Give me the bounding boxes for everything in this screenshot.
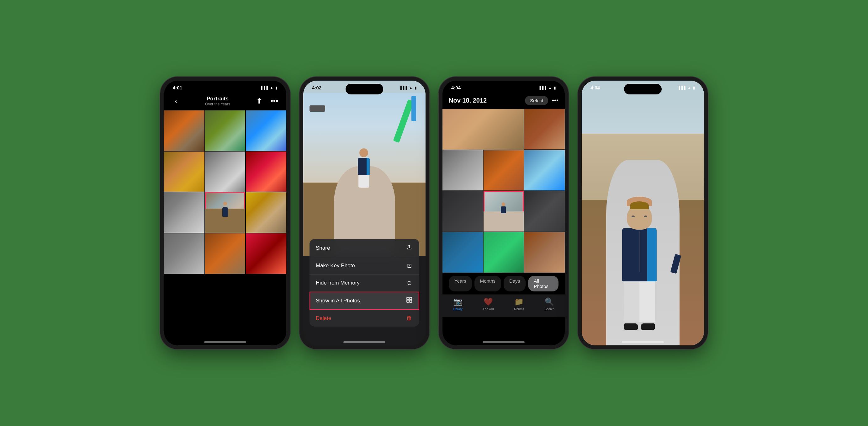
svg-rect-2 <box>407 300 409 302</box>
header-date: Nov 18, 2012 <box>449 97 487 104</box>
signal-icon: ▐▐▐ <box>399 86 407 90</box>
phone1-nav: ‹ Portraits Over the Years ⬆ ••• <box>164 93 286 111</box>
phones-container: 4:01 ▐▐▐ ▲ ▮ ‹ Portraits Over the Years … <box>154 70 714 356</box>
phone4-dynamic-island <box>624 84 662 94</box>
more-button[interactable]: ••• <box>269 95 280 106</box>
grid-cell-7[interactable] <box>164 192 205 233</box>
grid-cell-4[interactable] <box>164 152 205 192</box>
battery-icon: ▮ <box>275 86 278 90</box>
for-you-label: For You <box>483 307 494 311</box>
show-in-all-photos-label: Show in All Photos <box>316 298 360 304</box>
grid-cell-6[interactable] <box>246 152 286 192</box>
grid3-cell-4[interactable] <box>484 150 524 191</box>
phone3-time: 4:04 <box>451 85 461 90</box>
svg-rect-3 <box>409 300 412 302</box>
grid-cell-3[interactable] <box>246 111 286 151</box>
phone2-status-icons: ▐▐▐ ▲ ▮ <box>399 86 417 90</box>
tab-library[interactable]: 📷 Library <box>442 297 473 311</box>
grid-cell-8-highlighted[interactable] <box>205 192 246 233</box>
phone3-home-indicator <box>483 341 525 343</box>
phone1-home-indicator <box>204 341 246 343</box>
phone4-status-icons: ▐▐▐ ▲ ▮ <box>678 86 695 90</box>
filter-months[interactable]: Months <box>474 276 501 292</box>
grid-cell-11[interactable] <box>205 234 246 274</box>
signal-icon: ▐▐▐ <box>538 86 547 90</box>
key-photo-icon: ⊡ <box>405 262 413 269</box>
grid3-cell-10[interactable] <box>484 232 524 273</box>
battery-icon: ▮ <box>554 86 556 90</box>
wifi-icon: ▲ <box>409 86 413 90</box>
trash-icon: 🗑 <box>405 315 413 322</box>
wifi-icon: ▲ <box>687 86 691 90</box>
grid3-cell-6[interactable] <box>442 191 483 232</box>
phone4-photo[interactable] <box>582 81 704 345</box>
make-key-photo-item[interactable]: Make Key Photo ⊡ <box>310 257 419 274</box>
phone3-tab-bar: 📷 Library ❤️ For You 📁 Albums 🔍 Search <box>442 295 565 317</box>
hide-from-memory-item[interactable]: Hide from Memory ⊖ <box>310 274 419 292</box>
phone2-frame: 4:02 ▐▐▐ ▲ ▮ <box>300 77 429 349</box>
phone1-photo-grid <box>164 111 286 274</box>
grid-cell-1[interactable] <box>164 111 205 151</box>
albums-label: Albums <box>514 307 524 311</box>
phone1-time: 4:01 <box>173 85 182 90</box>
tab-albums[interactable]: 📁 Albums <box>504 297 534 311</box>
delete-item[interactable]: Delete 🗑 <box>310 310 419 327</box>
tab-search[interactable]: 🔍 Search <box>534 297 565 311</box>
context-menu: Share Make Key Photo ⊡ Hide from Memory … <box>310 239 419 327</box>
phone3-dynamic-island <box>485 84 522 94</box>
svg-rect-1 <box>409 297 412 300</box>
phone4-time: 4:04 <box>590 85 600 90</box>
tab-for-you[interactable]: ❤️ For You <box>473 297 504 311</box>
phone1-frame: 4:01 ▐▐▐ ▲ ▮ ‹ Portraits Over the Years … <box>160 77 290 349</box>
phone2-screen: 4:02 ▐▐▐ ▲ ▮ <box>303 81 426 345</box>
phone3-grid <box>442 109 565 273</box>
nav-actions: ⬆ ••• <box>254 95 280 106</box>
show-in-all-photos-item[interactable]: Show in All Photos <box>310 292 419 310</box>
phone3-header: Nov 18, 2012 Select ••• <box>442 93 565 109</box>
hide-from-memory-label: Hide from Memory <box>316 280 360 286</box>
phone1-screen: 4:01 ▐▐▐ ▲ ▮ ‹ Portraits Over the Years … <box>164 81 286 345</box>
share-menu-item[interactable]: Share <box>310 239 419 257</box>
grid-cell-10[interactable] <box>164 234 205 274</box>
nav-title-block: Portraits Over the Years <box>205 96 230 106</box>
select-button[interactable]: Select <box>525 96 548 105</box>
wifi-icon: ▲ <box>548 86 552 90</box>
library-icon: 📷 <box>453 297 463 306</box>
grid3-cell-3[interactable] <box>442 150 483 191</box>
for-you-icon: ❤️ <box>484 297 493 306</box>
phone3-frame: 4:04 ▐▐▐ ▲ ▮ Nov 18, 2012 Select ••• <box>439 77 568 349</box>
grid3-cell-7-highlighted[interactable] <box>484 191 524 232</box>
grid-cell-9[interactable] <box>246 192 286 233</box>
phone2-dynamic-island <box>346 84 383 94</box>
filter-days[interactable]: Days <box>504 276 526 292</box>
nav-subtitle: Over the Years <box>205 102 230 106</box>
grid3-cell-2[interactable] <box>524 109 565 149</box>
battery-icon: ▮ <box>414 86 417 90</box>
phone4-home-indicator <box>622 341 664 343</box>
signal-icon: ▐▐▐ <box>260 86 268 90</box>
search-label: Search <box>545 307 554 311</box>
grid3-cell-11[interactable] <box>524 232 565 273</box>
phone2-photo[interactable] <box>303 93 426 256</box>
more-options-button[interactable]: ••• <box>552 97 558 104</box>
grid3-cell-5[interactable] <box>524 150 565 191</box>
share-icon <box>405 244 413 252</box>
phone3-status-icons: ▐▐▐ ▲ ▮ <box>538 86 556 90</box>
grid3-cell-8[interactable] <box>524 191 565 232</box>
hide-icon: ⊖ <box>405 279 413 286</box>
delete-label: Delete <box>316 315 331 322</box>
make-key-photo-label: Make Key Photo <box>316 263 355 269</box>
share-button[interactable]: ⬆ <box>254 95 265 106</box>
phone2-time: 4:02 <box>312 85 321 90</box>
filter-years[interactable]: Years <box>449 276 472 292</box>
nav-title: Portraits <box>205 96 230 102</box>
grid-cell-12[interactable] <box>246 234 286 274</box>
phone4-screen: 4:04 ▐▐▐ ▲ ▮ <box>582 81 704 345</box>
grid3-cell-1[interactable] <box>442 109 524 150</box>
grid-cell-2[interactable] <box>205 111 246 151</box>
grid3-cell-9[interactable] <box>442 232 483 273</box>
show-photos-icon <box>405 297 413 305</box>
filter-all-photos[interactable]: All Photos <box>528 276 558 292</box>
back-button[interactable]: ‹ <box>170 95 182 106</box>
grid-cell-5[interactable] <box>205 152 246 192</box>
